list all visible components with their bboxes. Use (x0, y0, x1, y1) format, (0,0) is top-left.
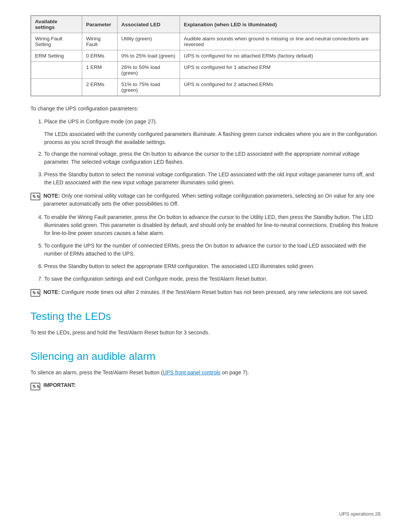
step-4-text: To enable the Wiring Fault parameter, pr… (44, 214, 378, 236)
cell-led-2: 0% to 25% load (green) (117, 50, 180, 62)
step-1-text: Place the UPS in Configure mode (on page… (44, 118, 157, 125)
silence-text-after: on page 7). (220, 369, 249, 375)
cell-parameter-1: Wiring Fault (82, 33, 118, 50)
silencing-alarm-text: To silence an alarm, press the Test/Alar… (30, 369, 381, 377)
cell-parameter-2: 0 ERMs (82, 50, 118, 62)
ups-front-panel-link[interactable]: UPS front panel controls (163, 369, 221, 375)
testing-leds-heading: Testing the LEDs (30, 310, 381, 323)
cell-explanation-3: UPS is configured for 1 attached ERM (180, 62, 380, 79)
silence-text-before: To silence an alarm, press the Test/Alar… (30, 369, 163, 375)
col-header-available-settings: Available settings (31, 16, 82, 33)
note-1-label: NOTE: (43, 193, 61, 199)
step-2-text: To change the nominal voltage, press the… (44, 151, 360, 165)
note-2-text: Configure mode times out after 2 minutes… (61, 289, 368, 295)
table-row: 1 ERM 26% to 50% load (green) UPS is con… (31, 62, 380, 79)
step-7-text: To save the configuration settings and e… (44, 276, 268, 282)
footer: UPS operations 28 (339, 511, 381, 517)
note-1: ✎ NOTE: Only one nominal utility voltage… (30, 192, 381, 208)
important-label: IMPORTANT: (43, 382, 76, 388)
cell-setting-3 (31, 62, 82, 79)
cell-setting-4 (31, 79, 82, 96)
step-6: Press the Standby button to select the a… (44, 262, 381, 270)
step-5: To configure the UPS for the number of c… (44, 242, 381, 258)
note-2-content: NOTE: Configure mode times out after 2 m… (43, 288, 368, 296)
note-1-content: NOTE: Only one nominal utility voltage c… (43, 192, 381, 208)
step-5-text: To configure the UPS for the number of c… (44, 243, 366, 257)
cell-parameter-3: 1 ERM (82, 62, 118, 79)
step-1-subtext: The LEDs associated with the currently c… (44, 130, 381, 146)
cell-setting-1: Wiring Fault Setting (31, 33, 82, 50)
testing-leds-text: To test the LEDs, press and hold the Tes… (30, 329, 381, 337)
cell-led-1: Utility (green) (117, 33, 180, 50)
note-2: ✎ NOTE: Configure mode times out after 2… (30, 288, 381, 297)
step-2: To change the nominal voltage, press the… (44, 150, 381, 166)
table-row: Wiring Fault Setting Wiring Fault Utilit… (31, 33, 380, 50)
important-icon: ✎ (30, 383, 40, 390)
col-header-associated-led: Associated LED (117, 16, 180, 33)
cell-setting-2: ERM Setting (31, 50, 82, 62)
important-block: ✎ IMPORTANT: (30, 382, 381, 390)
cell-led-3: 26% to 50% load (green) (117, 62, 180, 79)
note-1-text: Only one nominal utility voltage can be … (43, 193, 374, 207)
step-1: Place the UPS in Configure mode (on page… (44, 118, 381, 126)
cell-parameter-4: 2 ERMs (82, 79, 118, 96)
step-4: To enable the Wiring Fault parameter, pr… (44, 213, 381, 237)
cell-explanation-1: Audible alarm sounds when ground is miss… (180, 33, 380, 50)
step-3: Press the Standby button to select the n… (44, 171, 381, 187)
note-icon-2: ✎ (30, 289, 40, 297)
cell-led-4: 51% to 75% load (green) (117, 79, 180, 96)
note-icon-1: ✎ (30, 193, 40, 200)
col-header-explanation: Explanation (when LED is illuminated) (180, 16, 380, 33)
note-2-label: NOTE: (43, 289, 61, 295)
step-6-text: Press the Standby button to select the a… (44, 263, 314, 269)
step-7: To save the configuration settings and e… (44, 275, 381, 283)
cell-explanation-2: UPS is configured for no attached ERMs (… (180, 50, 380, 62)
settings-table: Available settings Parameter Associated … (30, 15, 381, 96)
intro-text: To change the UPS configuration paramete… (30, 105, 381, 112)
step-3-text: Press the Standby button to select the n… (44, 171, 374, 185)
cell-explanation-4: UPS is configured for 2 attached ERMs (180, 79, 380, 96)
table-row: 2 ERMs 51% to 75% load (green) UPS is co… (31, 79, 380, 96)
col-header-parameter: Parameter (82, 16, 118, 33)
table-row: ERM Setting 0 ERMs 0% to 25% load (green… (31, 50, 380, 62)
silencing-alarm-heading: Silencing an audible alarm (30, 350, 381, 363)
